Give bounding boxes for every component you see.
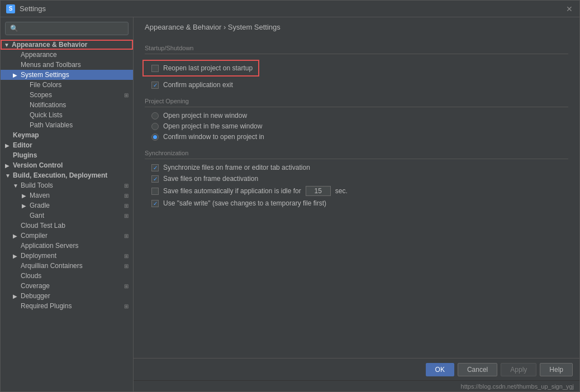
sidebar-item-label: Version Control: [13, 161, 129, 169]
radio-new-window-row: Open project in new window: [151, 112, 568, 119]
sidebar-item-notifications[interactable]: Notifications: [1, 100, 133, 110]
sec-label: sec.: [335, 187, 348, 195]
cancel-button[interactable]: Cancel: [458, 363, 497, 376]
sidebar-item-label: Appearance & Behavior: [12, 41, 129, 49]
breadcrumb: Appearance & Behavior › System Settings: [134, 17, 579, 36]
sidebar-item-label: Clouds: [21, 272, 129, 280]
sync-files-label: Synchronize files on frame or editor tab…: [163, 164, 310, 171]
search-input[interactable]: [21, 25, 123, 32]
project-opening-section: Project Opening: [145, 98, 568, 107]
sidebar-item-application-servers[interactable]: Application Servers: [1, 241, 133, 251]
sidebar-item-deployment[interactable]: ▶ Deployment ⊞: [1, 251, 133, 261]
sidebar-item-label: Editor: [13, 141, 129, 149]
sidebar-item-label: File Colors: [30, 81, 129, 89]
app-icon: S: [6, 4, 15, 13]
ext-icon: ⊞: [124, 253, 129, 259]
confirm-app-exit-checkbox[interactable]: [151, 82, 159, 89]
bottom-bar: OK Cancel Apply Help: [134, 358, 579, 380]
sidebar-item-appearance[interactable]: Appearance: [1, 50, 133, 60]
window-title: Settings: [20, 4, 46, 13]
safe-write-checkbox[interactable]: [151, 200, 159, 207]
ext-icon: ⊞: [124, 303, 129, 309]
confirm-app-exit-label: Confirm application exit: [163, 81, 233, 89]
sidebar-item-menus-toolbars[interactable]: Menus and Toolbars: [1, 60, 133, 70]
sidebar-item-label: Coverage: [21, 282, 122, 290]
sidebar-item-appearance-behavior[interactable]: ▼ Appearance & Behavior: [1, 40, 133, 50]
sidebar-item-label: Build, Execution, Deployment: [13, 171, 129, 179]
sidebar-item-label: Maven: [30, 192, 122, 199]
sidebar-item-system-settings[interactable]: ▶ System Settings: [1, 70, 133, 80]
arrow-icon: ▶: [22, 203, 28, 209]
arrow-icon: ▶: [13, 293, 20, 299]
ok-button[interactable]: OK: [426, 363, 454, 376]
settings-panel: Startup/Shutdown Reopen last project on …: [134, 36, 579, 358]
radio-confirm-window-row: Confirm window to open project in: [151, 133, 568, 141]
arrow-icon: ▶: [13, 233, 20, 239]
sidebar-item-gant[interactable]: Gant ⊞: [1, 211, 133, 221]
sidebar-item-compiler[interactable]: ▶ Compiler ⊞: [1, 231, 133, 241]
sidebar-item-label: Compiler: [21, 232, 122, 240]
arrow-icon: ▶: [13, 72, 20, 78]
sidebar-item-gradle[interactable]: ▶ Gradle ⊞: [1, 200, 133, 211]
sidebar-item-label: Appearance: [21, 51, 129, 59]
help-button[interactable]: Help: [540, 363, 573, 376]
sidebar: 🔍 ▼ Appearance & Behavior Appearance Men…: [1, 17, 134, 391]
idle-time-input[interactable]: [306, 186, 331, 196]
sidebar-item-maven[interactable]: ▶ Maven ⊞: [1, 190, 133, 200]
reopen-last-project-checkbox[interactable]: [151, 65, 159, 72]
sync-files-checkbox[interactable]: [151, 164, 159, 171]
search-box[interactable]: 🔍: [5, 22, 129, 35]
sidebar-item-keymap[interactable]: Keymap: [1, 130, 133, 140]
ext-icon: ⊞: [124, 203, 129, 209]
radio-confirm-window-label: Confirm window to open project in: [163, 133, 264, 141]
sidebar-item-label: Path Variables: [30, 121, 129, 129]
arrow-icon: ▶: [13, 253, 20, 259]
sidebar-item-scopes[interactable]: Scopes ⊞: [1, 90, 133, 100]
arrow-icon: ▶: [5, 162, 12, 169]
sidebar-item-build-tools[interactable]: ▼ Build Tools ⊞: [1, 180, 133, 190]
radio-new-window[interactable]: [151, 112, 159, 119]
sidebar-item-label: Arquillian Containers: [21, 262, 122, 270]
ext-icon: ⊞: [124, 283, 129, 289]
sidebar-item-build-exec-deploy[interactable]: ▼ Build, Execution, Deployment: [1, 170, 133, 180]
sidebar-item-coverage[interactable]: Coverage ⊞: [1, 281, 133, 291]
synchronization-section: Synchronization: [145, 150, 568, 159]
close-button[interactable]: ✕: [565, 4, 574, 13]
reopen-last-project-row: Reopen last project on startup: [145, 62, 257, 74]
sidebar-item-cloud-test-lab[interactable]: Cloud Test Lab: [1, 221, 133, 231]
radio-same-window-label: Open project in the same window: [163, 122, 262, 130]
sidebar-item-required-plugins[interactable]: Required Plugins ⊞: [1, 301, 133, 311]
search-icon: 🔍: [10, 25, 18, 32]
sidebar-item-editor[interactable]: ▶ Editor: [1, 140, 133, 150]
content-area: 🔍 ▼ Appearance & Behavior Appearance Men…: [1, 17, 579, 391]
sidebar-item-label: Cloud Test Lab: [21, 222, 129, 230]
sidebar-item-label: Menus and Toolbars: [21, 61, 129, 69]
project-opening-options: Open project in new window Open project …: [145, 112, 568, 141]
sidebar-item-debugger[interactable]: ▶ Debugger: [1, 291, 133, 301]
sidebar-item-file-colors[interactable]: File Colors: [1, 80, 133, 90]
radio-confirm-window[interactable]: [151, 133, 159, 141]
sidebar-item-version-control[interactable]: ▶ Version Control: [1, 160, 133, 170]
arrow-icon: ▶: [22, 193, 28, 199]
startup-shutdown-section: Startup/Shutdown: [145, 45, 568, 54]
sidebar-item-label: Build Tools: [21, 181, 122, 189]
sidebar-item-clouds[interactable]: Clouds: [1, 271, 133, 281]
sidebar-item-label: Debugger: [21, 292, 129, 300]
save-on-deactivation-checkbox[interactable]: [151, 175, 159, 183]
sidebar-item-label: System Settings: [21, 71, 129, 79]
apply-button[interactable]: Apply: [501, 363, 536, 376]
sidebar-item-path-variables[interactable]: Path Variables: [1, 120, 133, 130]
sidebar-item-label: Gant: [30, 212, 122, 219]
arrow-icon: ▶: [5, 142, 12, 149]
radio-same-window[interactable]: [151, 123, 159, 130]
sync-files-row: Synchronize files on frame or editor tab…: [145, 164, 568, 171]
ext-icon: ⊞: [124, 92, 129, 98]
sidebar-item-quick-lists[interactable]: Quick Lists: [1, 110, 133, 120]
sidebar-item-plugins[interactable]: Plugins: [1, 150, 133, 160]
status-url: https://blog.csdn.net/thumbs_up_sign_ygj: [461, 383, 574, 390]
sidebar-item-arquillian-containers[interactable]: Arquillian Containers ⊞: [1, 261, 133, 271]
ext-icon: ⊞: [124, 183, 129, 189]
ext-icon: ⊞: [124, 193, 129, 199]
sidebar-item-label: Scopes: [30, 91, 122, 99]
save-automatically-checkbox[interactable]: [151, 188, 159, 195]
